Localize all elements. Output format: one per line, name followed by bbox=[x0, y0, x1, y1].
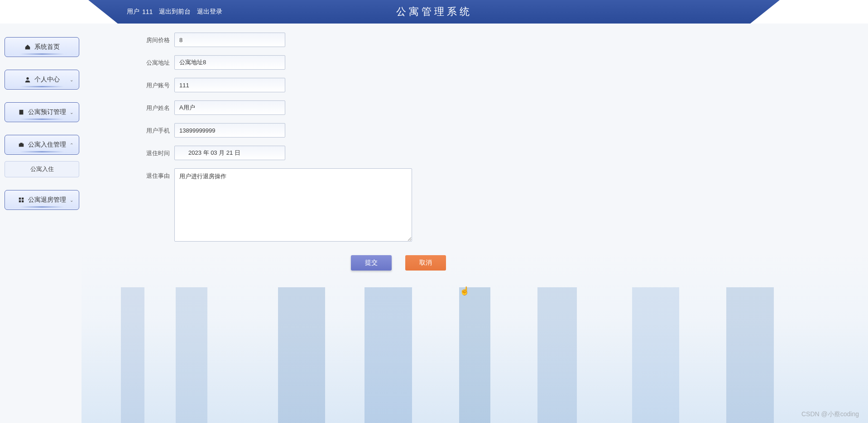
svg-rect-6 bbox=[19, 200, 20, 202]
sidebar-item-personal[interactable]: 个人中心 ⌄ bbox=[5, 70, 79, 90]
label-reason: 退住事由 bbox=[143, 168, 170, 180]
home-icon bbox=[24, 44, 31, 50]
username: 111 bbox=[142, 8, 153, 15]
logout-link[interactable]: 退出登录 bbox=[197, 8, 222, 16]
sidebar: 系统首页 个人中心 ⌄ 公寓预订管理 ⌄ 公寓入住管理 ⌃ bbox=[0, 24, 84, 423]
input-phone[interactable] bbox=[174, 123, 285, 138]
sidebar-label-checkout: 公寓退房管理 bbox=[28, 196, 66, 204]
clipboard-icon bbox=[18, 109, 24, 115]
svg-point-0 bbox=[26, 77, 29, 80]
svg-rect-5 bbox=[21, 198, 23, 200]
svg-rect-2 bbox=[19, 143, 24, 147]
cursor-icon: ☝ bbox=[460, 286, 470, 296]
header-notch-right bbox=[750, 0, 868, 24]
header-user-area: 用户 111 退出到前台 退出登录 bbox=[127, 8, 222, 16]
watermark: CSDN @小蔡coding bbox=[801, 410, 859, 418]
sidebar-subitem-checkin[interactable]: 公寓入住 bbox=[5, 161, 79, 177]
header-bar: 用户 111 退出到前台 退出登录 公寓管理系统 bbox=[0, 0, 868, 24]
chevron-down-icon: ⌄ bbox=[70, 198, 73, 203]
svg-rect-3 bbox=[20, 143, 22, 144]
label-address: 公寓地址 bbox=[143, 55, 170, 67]
label-checkout-time: 退住时间 bbox=[143, 146, 170, 157]
grid-icon bbox=[18, 197, 24, 203]
input-checkout-time[interactable] bbox=[174, 146, 285, 160]
label-account: 用户账号 bbox=[143, 78, 170, 90]
sidebar-label-personal: 个人中心 bbox=[34, 76, 60, 84]
chevron-up-icon: ⌃ bbox=[70, 143, 73, 147]
input-account[interactable] bbox=[174, 78, 285, 92]
sidebar-label-checkin: 公寓入住管理 bbox=[28, 141, 66, 149]
label-name: 用户姓名 bbox=[143, 100, 170, 112]
submit-button[interactable]: 提交 bbox=[351, 255, 392, 271]
textarea-reason[interactable] bbox=[174, 168, 412, 242]
label-room-price: 房间价格 bbox=[143, 33, 170, 44]
user-prefix: 用户 bbox=[127, 8, 139, 16]
chevron-down-icon: ⌄ bbox=[70, 110, 73, 115]
briefcase-icon bbox=[18, 142, 24, 148]
input-room-price[interactable] bbox=[174, 33, 285, 47]
svg-rect-7 bbox=[21, 200, 23, 202]
sidebar-item-checkout[interactable]: 公寓退房管理 ⌄ bbox=[5, 190, 79, 210]
logout-front-link[interactable]: 退出到前台 bbox=[159, 8, 191, 16]
input-name[interactable] bbox=[174, 100, 285, 115]
main-content: 房间价格 公寓地址 用户账号 用户姓名 用户手机 退住时间 退住事由 bbox=[84, 24, 868, 423]
svg-rect-1 bbox=[19, 110, 23, 115]
svg-rect-4 bbox=[19, 198, 20, 200]
sidebar-label-booking: 公寓预订管理 bbox=[28, 108, 66, 116]
sidebar-label-home: 系统首页 bbox=[34, 43, 60, 51]
header-notch-left bbox=[0, 0, 118, 24]
sidebar-item-booking[interactable]: 公寓预订管理 ⌄ bbox=[5, 102, 79, 122]
label-phone: 用户手机 bbox=[143, 123, 170, 135]
user-icon bbox=[24, 76, 31, 83]
chevron-down-icon: ⌄ bbox=[70, 77, 73, 82]
cancel-button[interactable]: 取消 bbox=[405, 255, 446, 271]
sidebar-item-home[interactable]: 系统首页 bbox=[5, 37, 79, 57]
sidebar-item-checkin[interactable]: 公寓入住管理 ⌃ bbox=[5, 135, 79, 155]
app-title: 公寓管理系统 bbox=[396, 5, 472, 19]
input-address[interactable] bbox=[174, 55, 285, 70]
sidebar-label-checkin-sub: 公寓入住 bbox=[30, 165, 54, 173]
